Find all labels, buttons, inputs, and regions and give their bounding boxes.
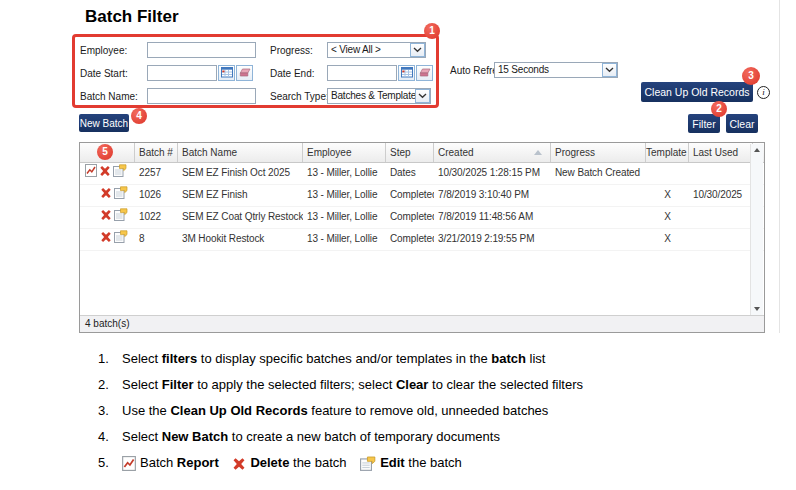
calendar-icon — [221, 66, 233, 81]
cell-employee: 13 - Miller, Lollie — [303, 229, 386, 250]
cell-progress — [551, 229, 646, 250]
clean-up-old-records-button[interactable]: Clean Up Old Records — [641, 82, 753, 102]
progress-value: < View All > — [331, 44, 381, 55]
cell-step: Completed — [386, 207, 434, 228]
instruction-number: 1. — [98, 350, 122, 367]
cell-batch-num: 1022 — [135, 207, 178, 228]
cell-created: 3/21/2019 2:19:55 PM — [434, 229, 551, 250]
instruction-number: 3. — [98, 402, 122, 419]
cell-template — [646, 163, 689, 184]
date-end-clear-button[interactable] — [416, 65, 433, 81]
sort-ascending-icon — [534, 150, 542, 155]
cell-template: X — [646, 207, 689, 228]
cell-last-used — [689, 163, 753, 184]
table-row[interactable]: 1022 SEM EZ Coat Qtrly Restock 13 - Mill… — [80, 207, 764, 229]
eraser-icon — [239, 66, 251, 81]
instruction-text: Select Filter to apply the selected filt… — [122, 376, 583, 393]
batch-name-input[interactable] — [147, 88, 256, 104]
instruction-4: 4. Select New Batch to create a new batc… — [98, 428, 763, 445]
edit-icon[interactable] — [114, 186, 128, 206]
delete-icon[interactable] — [100, 208, 112, 228]
edit-icon[interactable] — [114, 230, 128, 250]
instruction-text: Batch Report Delete the batch Edit the b… — [122, 454, 462, 471]
search-type-label: Search Type: — [270, 91, 329, 102]
column-header-last-used[interactable]: Last Used — [689, 143, 753, 162]
column-header-batch-name[interactable]: Batch Name — [178, 143, 303, 162]
date-start-input[interactable] — [147, 65, 217, 81]
instruction-number: 2. — [98, 376, 122, 393]
date-start-clear-button[interactable] — [236, 65, 253, 81]
auto-refresh-select[interactable]: 15 Seconds — [494, 62, 618, 78]
cell-batch-name: SEM EZ Finish — [178, 185, 303, 206]
instructions-list: 1. Select filters to display specific ba… — [98, 350, 763, 480]
annotation-circle-3: 3 — [742, 67, 760, 85]
vertical-scrollbar[interactable] — [750, 144, 763, 315]
progress-select[interactable]: < View All > — [327, 42, 426, 58]
cell-progress — [551, 185, 646, 206]
column-header-progress[interactable]: Progress — [551, 143, 646, 162]
column-header-batch-num[interactable]: Batch # — [135, 143, 178, 162]
chevron-down-icon[interactable] — [415, 89, 430, 103]
date-start-calendar-button[interactable] — [218, 65, 235, 81]
cell-created: 7/8/2019 3:10:40 PM — [434, 185, 551, 206]
cell-last-used — [689, 207, 753, 228]
progress-label: Progress: — [270, 45, 313, 56]
scroll-up-icon[interactable] — [754, 148, 760, 152]
icon-spacer — [85, 217, 98, 218]
instruction-text: Select filters to display specific batch… — [122, 350, 545, 367]
batch-report-icon[interactable] — [85, 164, 97, 184]
row-actions — [80, 229, 135, 250]
batch-report-icon — [122, 455, 136, 470]
chevron-down-icon[interactable] — [410, 43, 425, 57]
icon-spacer — [85, 195, 98, 196]
instruction-number: 4. — [98, 428, 122, 445]
employee-input[interactable] — [147, 42, 256, 58]
new-batch-button[interactable]: New Batch — [79, 114, 129, 132]
eraser-icon — [419, 66, 431, 81]
cell-batch-name: 3M Hookit Restock — [178, 229, 303, 250]
edit-icon[interactable] — [113, 164, 127, 184]
instruction-5: 5. Batch Report Delete the batch Edit th… — [98, 454, 763, 471]
page-title: Batch Filter — [85, 7, 179, 27]
scroll-down-icon[interactable] — [754, 307, 760, 311]
table-row[interactable]: 2257 SEM EZ Finish Oct 2025 13 - Miller,… — [80, 163, 764, 185]
employee-label: Employee: — [80, 45, 127, 56]
instruction-text: Select New Batch to create a new batch o… — [122, 428, 500, 445]
info-icon[interactable]: i — [757, 86, 770, 99]
clear-button[interactable]: Clear — [726, 114, 758, 133]
column-header-template[interactable]: Template — [646, 143, 689, 162]
chevron-down-icon[interactable] — [602, 63, 617, 77]
column-header-step[interactable]: Step — [386, 143, 434, 162]
date-start-label: Date Start: — [80, 68, 128, 79]
table-row[interactable]: 1026 SEM EZ Finish 13 - Miller, Lollie C… — [80, 185, 764, 207]
column-header-employee[interactable]: Employee — [303, 143, 386, 162]
cell-batch-name: SEM EZ Coat Qtrly Restock — [178, 207, 303, 228]
filter-button[interactable]: Filter — [688, 114, 720, 133]
date-end-calendar-button[interactable] — [398, 65, 415, 81]
window-edge-divider — [779, 0, 780, 333]
annotation-circle-4: 4 — [131, 108, 147, 124]
instruction-number: 5. — [98, 454, 122, 471]
date-end-label: Date End: — [270, 68, 314, 79]
delete-icon[interactable] — [99, 164, 111, 184]
search-type-select[interactable]: Batches & Templates — [327, 88, 431, 104]
created-header-label: Created — [438, 144, 474, 162]
icon-spacer — [85, 239, 98, 240]
delete-icon[interactable] — [100, 230, 112, 250]
auto-refresh-value: 15 Seconds — [498, 64, 549, 75]
table-row[interactable]: 8 3M Hookit Restock 13 - Miller, Lollie … — [80, 229, 764, 251]
cell-batch-name: SEM EZ Finish Oct 2025 — [178, 163, 303, 184]
instruction-text: Use the Clean Up Old Records feature to … — [122, 402, 548, 419]
batch-table: Batch # Batch Name Employee Step Created… — [79, 142, 765, 333]
edit-icon[interactable] — [114, 208, 128, 228]
cell-batch-num: 1026 — [135, 185, 178, 206]
cell-batch-num: 2257 — [135, 163, 178, 184]
calendar-icon — [401, 66, 413, 81]
row-actions — [80, 185, 135, 206]
cell-employee: 13 - Miller, Lollie — [303, 185, 386, 206]
row-actions — [80, 207, 135, 228]
instruction-2: 2. Select Filter to apply the selected f… — [98, 376, 763, 393]
delete-icon[interactable] — [100, 186, 112, 206]
column-header-created[interactable]: Created — [434, 143, 551, 162]
date-end-input[interactable] — [327, 65, 397, 81]
